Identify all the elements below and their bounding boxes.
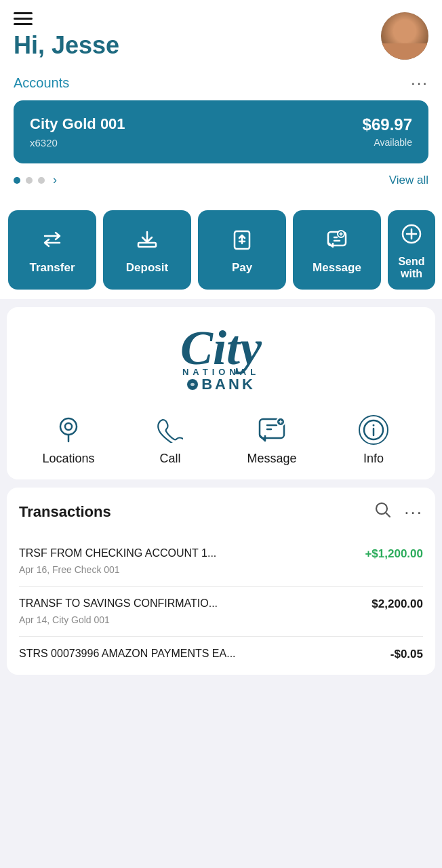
transaction-row: TRSF FROM CHECKING ACCOUNT 1... +$1,200.… bbox=[19, 547, 423, 561]
header-left: Hi, Jesse bbox=[14, 12, 119, 59]
pay-label: Pay bbox=[232, 261, 252, 275]
transaction-name: TRANSF TO SAVINGS CONFIRMATIO... bbox=[19, 597, 218, 610]
deposit-label: Deposit bbox=[126, 261, 168, 275]
deposit-icon bbox=[136, 228, 159, 254]
bank-logo-bank: BANK bbox=[201, 376, 256, 393]
transactions-more-button[interactable]: ··· bbox=[404, 502, 423, 523]
transaction-item[interactable]: TRANSF TO SAVINGS CONFIRMATIO... $2,200.… bbox=[19, 587, 423, 637]
info-button[interactable]: Info bbox=[323, 415, 424, 466]
transaction-amount: +$1,200.00 bbox=[365, 547, 423, 561]
accounts-header: Accounts ··· bbox=[14, 68, 428, 100]
balance-amount: $69.97 bbox=[363, 115, 412, 134]
card-next-button[interactable]: › bbox=[53, 173, 57, 187]
send-with-icon bbox=[400, 222, 423, 249]
menu-button[interactable] bbox=[14, 12, 33, 25]
transaction-name: TRSF FROM CHECKING ACCOUNT 1... bbox=[19, 547, 216, 559]
transaction-row: STRS 00073996 AMAZON PAYMENTS EA... -$0.… bbox=[19, 648, 423, 661]
transaction-date: Apr 16 bbox=[19, 564, 47, 575]
svg-point-7 bbox=[65, 423, 72, 430]
svg-rect-0 bbox=[138, 243, 156, 247]
call-button[interactable]: Call bbox=[119, 415, 221, 466]
info-label: Info bbox=[363, 452, 384, 466]
bank-actions: Locations Call Message bbox=[18, 415, 424, 466]
bank-logo: City NATIONAL BANK bbox=[180, 323, 262, 393]
account-name: City Gold 001 bbox=[30, 115, 125, 133]
transactions-title: Transactions bbox=[19, 503, 111, 521]
transaction-account: Free Check 001 bbox=[52, 564, 120, 575]
transaction-amount: $2,200.00 bbox=[371, 597, 423, 611]
transactions-search-button[interactable] bbox=[374, 501, 392, 523]
avatar[interactable] bbox=[381, 12, 428, 60]
bank-logo-city: City bbox=[180, 323, 262, 372]
locations-icon bbox=[54, 415, 83, 445]
deposit-button[interactable]: Deposit bbox=[103, 210, 191, 290]
call-label: Call bbox=[159, 452, 180, 466]
transfer-label: Transfer bbox=[29, 261, 75, 275]
message-icon bbox=[325, 228, 348, 254]
transaction-meta: Apr 16, Free Check 001 bbox=[19, 564, 423, 575]
account-card[interactable]: City Gold 001 x6320 $69.97 Available bbox=[14, 100, 428, 163]
action-buttons-row: Transfer Deposit Pay bbox=[0, 201, 442, 299]
call-icon bbox=[155, 415, 185, 445]
card-indicators: › View all bbox=[14, 163, 428, 190]
transactions-actions: ··· bbox=[374, 501, 423, 523]
transfer-icon bbox=[41, 228, 64, 254]
indicator-dot-2[interactable] bbox=[26, 177, 33, 184]
message-button[interactable]: Message bbox=[293, 210, 381, 290]
balance-label: Available bbox=[363, 137, 412, 148]
locations-button[interactable]: Locations bbox=[18, 415, 119, 466]
bank-message-button[interactable]: Message bbox=[221, 415, 323, 466]
bank-message-label: Message bbox=[247, 452, 296, 466]
account-info: City Gold 001 x6320 bbox=[30, 115, 125, 149]
accounts-title: Accounts bbox=[14, 75, 69, 91]
indicator-dot-3[interactable] bbox=[38, 177, 45, 184]
locations-label: Locations bbox=[42, 452, 94, 466]
pay-icon bbox=[230, 228, 254, 254]
transaction-meta: Apr 14, City Gold 001 bbox=[19, 614, 423, 625]
transactions-section: Transactions ··· TRSF FROM CHECKING ACCO… bbox=[7, 488, 435, 675]
transaction-item[interactable]: STRS 00073996 AMAZON PAYMENTS EA... -$0.… bbox=[19, 637, 423, 661]
transaction-amount: -$0.05 bbox=[390, 648, 423, 661]
transfer-button[interactable]: Transfer bbox=[8, 210, 96, 290]
transactions-header: Transactions ··· bbox=[19, 501, 423, 523]
message-label: Message bbox=[313, 261, 361, 275]
svg-point-6 bbox=[60, 418, 77, 435]
pay-button[interactable]: Pay bbox=[198, 210, 286, 290]
transaction-account: City Gold 001 bbox=[52, 614, 110, 625]
transaction-name: STRS 00073996 AMAZON PAYMENTS EA... bbox=[19, 648, 236, 660]
info-icon bbox=[359, 415, 388, 445]
bank-info-card: City NATIONAL BANK Locations bbox=[7, 307, 435, 479]
transaction-row: TRANSF TO SAVINGS CONFIRMATIO... $2,200.… bbox=[19, 597, 423, 611]
transaction-item[interactable]: TRSF FROM CHECKING ACCOUNT 1... +$1,200.… bbox=[19, 536, 423, 587]
svg-point-11 bbox=[373, 425, 375, 427]
account-balance: $69.97 Available bbox=[363, 115, 412, 148]
send-with-label: Sendwith bbox=[398, 256, 424, 280]
transaction-date: Apr 14 bbox=[19, 614, 47, 625]
accounts-section: Accounts ··· City Gold 001 x6320 $69.97 … bbox=[0, 68, 442, 201]
view-all-button[interactable]: View all bbox=[389, 174, 428, 187]
indicator-dot-1[interactable] bbox=[14, 177, 20, 184]
bank-message-icon bbox=[257, 415, 287, 445]
header: Hi, Jesse bbox=[0, 0, 442, 68]
send-with-button[interactable]: Sendwith bbox=[388, 210, 435, 290]
accounts-more-button[interactable]: ··· bbox=[411, 73, 428, 92]
account-number: x6320 bbox=[30, 137, 125, 149]
greeting-text: Hi, Jesse bbox=[14, 32, 119, 59]
